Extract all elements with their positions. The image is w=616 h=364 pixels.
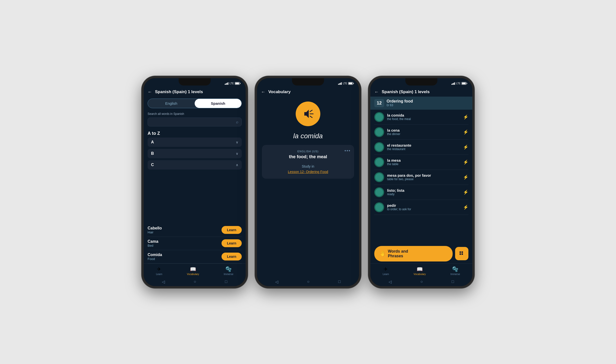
flash-icon-mesa[interactable]: ⚡ xyxy=(463,159,468,165)
words-phrases-button[interactable]: 🤚 Words andPhrases xyxy=(374,246,453,261)
vocab-item-mesa-dos: mesa para dos, por favor table for two, … xyxy=(374,170,468,185)
english-tab[interactable]: English xyxy=(148,99,195,108)
vocab-trans-mesa: the table xyxy=(387,162,460,166)
vocab-trans-listo: ready xyxy=(387,192,460,196)
vocab-word-listo: listo; lista xyxy=(387,188,460,192)
vocabulary-nav-icon-3: 📖 xyxy=(417,266,423,272)
lesson-title: Ordering food xyxy=(387,99,413,104)
back-gesture-3[interactable]: ◁ xyxy=(389,279,392,284)
lte-label-3: LTE xyxy=(456,82,461,85)
alpha-row-a[interactable]: A ∨ xyxy=(148,138,242,147)
trans-cama: Bed xyxy=(148,244,158,247)
nav-vocabulary-3[interactable]: 📖 Vocabulary xyxy=(414,266,426,276)
grid-button[interactable] xyxy=(455,247,468,260)
signal-bar-1 xyxy=(225,84,225,85)
battery-icon-3 xyxy=(462,82,466,85)
vocab-text-cena: la cena the dinner xyxy=(387,128,460,136)
status-right: LTE xyxy=(225,82,240,85)
back-button-2[interactable]: ← xyxy=(261,89,265,95)
signal-bar-2-2 xyxy=(339,83,340,85)
search-input[interactable] xyxy=(151,120,236,124)
home-gesture[interactable]: ○ xyxy=(194,279,196,284)
hand-icon: 🤚 xyxy=(379,250,386,257)
word-row-cabello: Cabello Hair Learn xyxy=(148,224,242,237)
learn-nav-icon-3: ✈ xyxy=(384,266,388,272)
home-gesture-2[interactable]: ○ xyxy=(307,279,309,284)
lte-label: LTE xyxy=(229,82,234,85)
vocab-word-mesa: la mesa xyxy=(387,158,460,162)
flash-icon-comida[interactable]: ⚡ xyxy=(463,114,468,120)
more-options-button[interactable]: ••• xyxy=(344,148,351,154)
battery-fill xyxy=(235,83,239,84)
spanish-tab[interactable]: Spanish xyxy=(195,99,241,108)
recents-gesture-3[interactable]: □ xyxy=(452,279,454,284)
trans-comida: Food xyxy=(148,257,162,261)
alpha-row-c[interactable]: C ∧ xyxy=(148,160,242,170)
grid-icon xyxy=(459,251,464,256)
back-gesture-2[interactable]: ◁ xyxy=(275,279,278,284)
page-title: Spanish (Spain) 1 levels xyxy=(155,89,203,94)
vocabulary-nav-label-3: Vocabulary xyxy=(414,273,426,276)
chevron-down-b: ∨ xyxy=(236,152,238,156)
trans-cabello: Hair xyxy=(148,230,162,234)
speaker-button[interactable] xyxy=(296,102,320,126)
nav-learn[interactable]: ✈ Learn xyxy=(156,266,162,276)
phone-1-header: ← Spanish (Spain) 1 levels xyxy=(144,87,246,97)
avatar-inner-2 xyxy=(375,128,383,136)
atoz-title: A to Z xyxy=(144,128,246,138)
vocab-trans-mesa-dos: table for two, please xyxy=(387,177,460,181)
word-info-cabello: Cabello Hair xyxy=(148,226,162,234)
chevron-down-a: ∨ xyxy=(236,140,238,144)
lesson-info: Ordering food 0/ 63 xyxy=(387,99,413,107)
word-row-cama: Cama Bed Learn xyxy=(148,237,242,250)
signal-bar-2-1 xyxy=(338,84,339,85)
recents-gesture[interactable]: □ xyxy=(225,279,227,284)
learn-button-cama[interactable]: Learn xyxy=(222,239,242,247)
lesson-link[interactable]: Lesson 12- Ordering Food xyxy=(267,170,349,174)
phone-1-screen: LTE ← Spanish (Spain) 1 levels English S… xyxy=(144,78,246,286)
search-box[interactable]: ⌕ xyxy=(148,118,242,126)
recents-gesture-2[interactable]: □ xyxy=(338,279,341,284)
avatar-mesa xyxy=(374,157,384,167)
vocab-item-mesa: la mesa the table ⚡ xyxy=(374,155,468,170)
back-gesture[interactable]: ◁ xyxy=(162,279,165,284)
vocab-item-restaurante: el restaurante the restaurant ⚡ xyxy=(374,140,468,155)
signal-bar-2 xyxy=(226,83,226,85)
flash-icon-restaurante[interactable]: ⚡ xyxy=(463,144,468,150)
learn-button-comida[interactable]: Learn xyxy=(222,253,242,260)
nav-vocabulary[interactable]: 📖 Vocabulary xyxy=(187,266,199,276)
avatar-pedir xyxy=(374,202,384,212)
avatar-inner xyxy=(375,113,383,121)
word-list: Cabello Hair Learn Cama Bed Learn Comida xyxy=(144,224,246,263)
flash-icon-pedir[interactable]: ⚡ xyxy=(463,205,468,210)
word-info-comida: Comida Food xyxy=(148,253,162,261)
flash-icon-listo[interactable]: ⚡ xyxy=(463,190,468,195)
vocab-text-restaurante: el restaurante the restaurant xyxy=(387,143,460,151)
back-button-3[interactable]: ← xyxy=(374,89,379,95)
nav-immerse-3[interactable]: 🫧 Immerse xyxy=(450,266,460,276)
learn-button-cabello[interactable]: Learn xyxy=(222,226,242,234)
phone-3-notch xyxy=(405,78,437,86)
vocab-list: la comida the food; the meal ⚡ la cena t… xyxy=(370,110,472,244)
letter-c: C xyxy=(151,163,154,167)
nav-immerse[interactable]: 🫧 Immerse xyxy=(224,266,233,276)
nav-learn-3[interactable]: ✈ Learn xyxy=(383,266,389,276)
home-gesture-3[interactable]: ○ xyxy=(420,279,423,284)
back-button[interactable]: ← xyxy=(148,89,152,95)
phone-1-notch xyxy=(179,78,211,86)
vocabulary-nav-label: Vocabulary xyxy=(187,273,199,276)
alpha-row-b[interactable]: B ∨ xyxy=(148,149,242,158)
signal-bar-3-3 xyxy=(453,83,454,85)
signal-icon-3 xyxy=(451,82,455,85)
language-toggle[interactable]: English Spanish xyxy=(148,99,242,108)
avatar-inner-6 xyxy=(375,188,383,196)
phone-2-notch xyxy=(292,78,324,86)
search-icon[interactable]: ⌕ xyxy=(236,120,239,124)
flash-icon-cena[interactable]: ⚡ xyxy=(463,129,468,135)
lesson-header: 12 Ordering food 0/ 63 xyxy=(370,97,472,110)
signal-icon xyxy=(225,82,228,85)
letter-b: B xyxy=(151,151,154,156)
status-right-3: LTE xyxy=(451,82,466,85)
flash-icon-mesa-dos[interactable]: ⚡ xyxy=(463,174,468,180)
word-cama: Cama xyxy=(148,239,158,244)
